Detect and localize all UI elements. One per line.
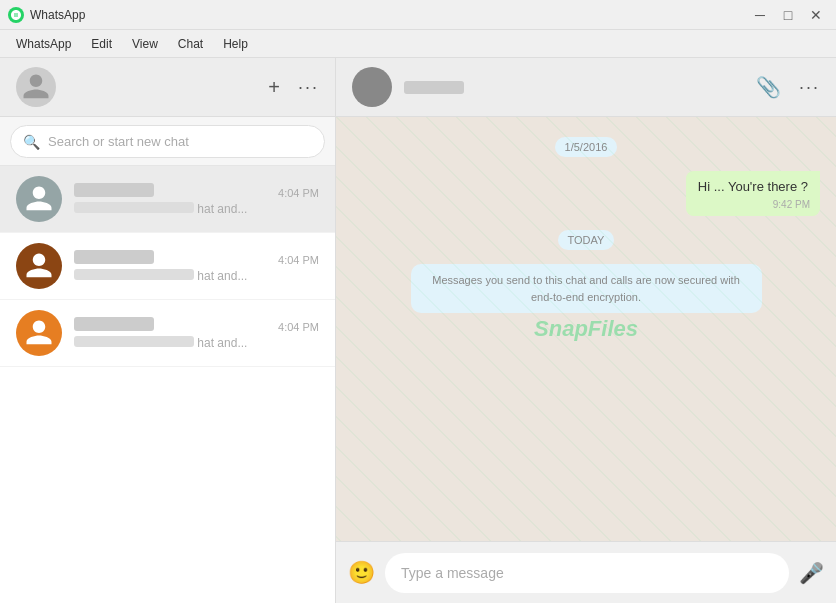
chat-preview-suffix: hat and... [197, 269, 247, 283]
chat-list-item[interactable]: 4:04 PM hat and... [0, 166, 335, 233]
minimize-button[interactable]: ─ [748, 5, 772, 25]
title-bar-text: WhatsApp [30, 8, 85, 22]
left-header: + ··· [0, 58, 335, 117]
chat-preview: hat and... [74, 269, 319, 283]
chat-preview-text [74, 336, 194, 347]
chat-info: 4:04 PM hat and... [74, 317, 319, 350]
menu-chat[interactable]: Chat [170, 35, 211, 53]
message-bubble-sent: Hi ... You're there ? 9:42 PM [686, 171, 820, 216]
chat-info: 4:04 PM hat and... [74, 183, 319, 216]
menu-bar: WhatsApp Edit View Chat Help [0, 30, 836, 58]
search-bar: 🔍 [0, 117, 335, 166]
profile-avatar[interactable] [16, 67, 56, 107]
chat-menu-button[interactable]: ··· [799, 77, 820, 98]
left-header-right: + ··· [268, 76, 319, 99]
date-badge-1565: 1/5/2016 [555, 137, 618, 157]
maximize-button[interactable]: □ [776, 5, 800, 25]
watermark: SnapFiles [534, 316, 638, 342]
chat-header-info [404, 81, 464, 94]
chat-preview-text [74, 269, 194, 280]
chat-avatar [16, 176, 62, 222]
close-button[interactable]: ✕ [804, 5, 828, 25]
chat-input-bar: 🙂 🎤 [336, 541, 836, 603]
contact-avatar [352, 67, 392, 107]
chat-messages: SnapFiles 1/5/2016 Hi ... You're there ?… [336, 117, 836, 541]
menu-button[interactable]: ··· [298, 77, 319, 98]
menu-edit[interactable]: Edit [83, 35, 120, 53]
chat-avatar [16, 243, 62, 289]
chat-preview: hat and... [74, 336, 319, 350]
search-inner: 🔍 [10, 125, 325, 158]
attach-button[interactable]: 📎 [756, 75, 781, 99]
message-text: Hi ... You're there ? [698, 179, 808, 194]
title-bar-left: WhatsApp [8, 7, 85, 23]
chat-preview: hat and... [74, 202, 319, 216]
chat-top: 4:04 PM [74, 250, 319, 266]
chat-name [74, 183, 154, 197]
left-panel: + ··· 🔍 4:04 PM [0, 58, 336, 603]
chat-avatar [16, 310, 62, 356]
menu-view[interactable]: View [124, 35, 166, 53]
chat-header-right: 📎 ··· [756, 75, 820, 99]
chat-time: 4:04 PM [278, 321, 319, 333]
window-controls: ─ □ ✕ [748, 5, 828, 25]
chat-preview-text [74, 202, 194, 213]
chat-top: 4:04 PM [74, 183, 319, 199]
search-icon: 🔍 [23, 134, 40, 150]
new-chat-button[interactable]: + [268, 76, 280, 99]
chat-list: 4:04 PM hat and... 4:04 PM [0, 166, 335, 603]
chat-time: 4:04 PM [278, 254, 319, 266]
chat-header-left [352, 67, 464, 107]
chat-time: 4:04 PM [278, 187, 319, 199]
emoji-button[interactable]: 🙂 [348, 560, 375, 586]
date-badge-today: TODAY [558, 230, 615, 250]
chat-preview-suffix: hat and... [197, 202, 247, 216]
chat-header: 📎 ··· [336, 58, 836, 117]
title-bar: WhatsApp ─ □ ✕ [0, 0, 836, 30]
menu-whatsapp[interactable]: WhatsApp [8, 35, 79, 53]
contact-name [404, 81, 464, 94]
system-message: Messages you send to this chat and calls… [411, 264, 762, 313]
chat-preview-suffix: hat and... [197, 336, 247, 350]
chat-list-item[interactable]: 4:04 PM hat and... [0, 300, 335, 367]
app-icon [8, 7, 24, 23]
chat-list-item[interactable]: 4:04 PM hat and... [0, 233, 335, 300]
chat-info: 4:04 PM hat and... [74, 250, 319, 283]
left-header-left [16, 67, 56, 107]
right-panel: 📎 ··· SnapFiles 1/5/2016 Hi ... You're t… [336, 58, 836, 603]
mic-button[interactable]: 🎤 [799, 561, 824, 585]
chat-top: 4:04 PM [74, 317, 319, 333]
message-time: 9:42 PM [773, 198, 810, 212]
menu-help[interactable]: Help [215, 35, 256, 53]
chat-name [74, 317, 154, 331]
message-input[interactable] [385, 553, 789, 593]
chat-name [74, 250, 154, 264]
app-container: + ··· 🔍 4:04 PM [0, 58, 836, 603]
search-input[interactable] [48, 134, 312, 149]
